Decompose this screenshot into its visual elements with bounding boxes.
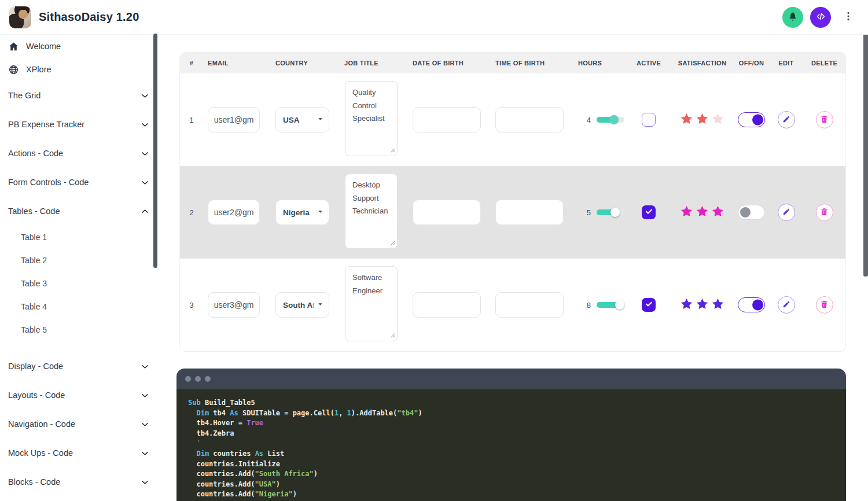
edit-button[interactable] (778, 111, 795, 128)
sidebar-scrollbar-thumb[interactable] (153, 34, 157, 268)
code-line: ' (188, 439, 837, 449)
off-on-toggle[interactable] (738, 297, 765, 312)
main-content: # EMAIL COUNTRY JOB TITLE DATE OF BIRTH … (162, 35, 868, 501)
sidebar-group-mock-ups-code[interactable]: Mock Ups - Code (0, 439, 162, 467)
caret-down-icon (317, 300, 324, 310)
hours-slider[interactable] (597, 117, 624, 123)
date-of-birth-input[interactable] (413, 107, 481, 132)
sidebar-item-label: Table 3 (21, 279, 47, 288)
time-of-birth-input[interactable] (495, 107, 564, 132)
delete-button[interactable] (816, 111, 833, 128)
sidebar-group-label: The Grid (8, 91, 41, 100)
hours-value: 8 (587, 301, 591, 310)
sidebar-item-table-4[interactable]: Table 4 (0, 295, 162, 318)
edit-button[interactable] (778, 204, 795, 221)
sidebar-item-table-5[interactable]: Table 5 (0, 318, 162, 341)
caret-down-icon (317, 115, 324, 125)
active-checkbox[interactable] (642, 298, 656, 312)
sidebar-item-table-2[interactable]: Table 2 (0, 249, 162, 272)
sidebar-item-label: Welcome (26, 42, 61, 51)
page-title: SithasoDaisy 1.20 (39, 10, 139, 24)
sidebar-item-table-1[interactable]: Table 1 (0, 226, 162, 249)
star-icon[interactable] (711, 112, 725, 128)
star-icon[interactable] (695, 204, 709, 221)
sidebar-group-blocks-code[interactable]: Blocks - Code (0, 467, 162, 496)
star-icon[interactable] (711, 204, 725, 221)
sidebar-item-label: Table 5 (21, 325, 47, 334)
star-icon[interactable] (679, 112, 694, 128)
top-bar: SithasoDaisy 1.20 (0, 0, 868, 35)
sidebar-group-layouts-code[interactable]: Layouts - Code (0, 381, 162, 410)
star-icon[interactable] (679, 297, 694, 314)
sidebar-item-table-3[interactable]: Table 3 (0, 272, 162, 295)
code-line: countries.Add("South Africa") (188, 469, 837, 480)
code-line: countries.Initialize (188, 459, 837, 470)
edit-button[interactable] (778, 296, 795, 314)
kebab-menu-button[interactable] (843, 10, 854, 24)
code-mockup-titlebar (176, 369, 846, 389)
trash-icon (820, 300, 829, 310)
star-icon[interactable] (679, 204, 694, 221)
hours-slider-thumb[interactable] (609, 115, 619, 124)
column-header-time-of-birth: TIME OF BIRTH (488, 60, 571, 67)
chevron-down-icon (141, 362, 149, 371)
sidebar-group-the-grid[interactable]: The Grid (0, 81, 162, 110)
date-of-birth-input[interactable] (413, 200, 481, 225)
toggle-knob (740, 207, 751, 218)
bell-icon (788, 11, 798, 23)
check-icon (645, 300, 653, 311)
sidebar-group-pb-expense-tracker[interactable]: PB Expense Tracker (0, 110, 162, 139)
email-input[interactable] (208, 292, 260, 318)
sidebar-group-display-code[interactable]: Display - Code (0, 352, 162, 381)
pencil-icon (782, 208, 790, 218)
hours-slider-thumb[interactable] (615, 300, 624, 310)
column-header-email: EMAIL (203, 60, 269, 67)
time-of-birth-input[interactable] (495, 292, 564, 318)
sidebar-group-tables-code[interactable]: Tables - Code (0, 197, 162, 226)
time-of-birth-input[interactable] (495, 200, 564, 225)
delete-button[interactable] (816, 204, 833, 221)
hours-slider-thumb[interactable] (610, 208, 620, 217)
date-of-birth-input[interactable] (413, 292, 481, 318)
chevron-down-icon (141, 391, 149, 400)
column-header-satisfaction: SATISFACTION (672, 60, 733, 67)
country-select[interactable]: USA (275, 107, 329, 132)
page-scrollbar-thumb[interactable] (863, 35, 868, 277)
active-checkbox[interactable] (642, 113, 656, 127)
sidebar-item-label: Table 4 (21, 302, 47, 311)
active-checkbox[interactable] (642, 205, 656, 219)
star-icon[interactable] (695, 297, 709, 314)
hours-slider[interactable] (597, 302, 624, 308)
code-line: Dim tb4 As SDUITable = page.Cell(1, 1).A… (188, 408, 837, 419)
job-title-textarea[interactable]: Software Engineer (345, 266, 398, 341)
star-icon[interactable] (695, 112, 709, 128)
job-title-textarea[interactable]: Quality Control Specialist (345, 81, 398, 156)
job-title-textarea[interactable]: Desktop Support Technician (345, 174, 398, 249)
sidebar-item-xplore[interactable]: XPlore (0, 58, 162, 81)
country-select[interactable]: Nigeria (275, 200, 329, 225)
sidebar-item-welcome[interactable]: Welcome (0, 35, 162, 58)
email-input[interactable] (208, 107, 260, 132)
off-on-toggle[interactable] (738, 112, 765, 127)
code-icon (815, 11, 826, 24)
code-view-button[interactable] (810, 7, 831, 28)
pencil-icon (782, 300, 790, 310)
column-header-hours: HOURS (571, 60, 626, 67)
sidebar-group-form-controls-code[interactable]: Form Controls - Code (0, 168, 162, 197)
sidebar-group-navigation-code[interactable]: Navigation - Code (0, 410, 162, 439)
notifications-button[interactable] (782, 7, 803, 28)
sidebar-group-actions-code[interactable]: Actions - Code (0, 139, 162, 168)
avatar (9, 6, 31, 28)
sidebar-item-label: Table 2 (21, 256, 47, 265)
code-line: Dim countries As List (188, 449, 837, 459)
hours-slider[interactable] (597, 209, 624, 215)
sidebar-group-label: Form Controls - Code (8, 178, 89, 187)
country-select[interactable]: South Africa (275, 292, 329, 318)
off-on-toggle[interactable] (738, 205, 765, 220)
star-icon[interactable] (711, 297, 725, 314)
chevron-down-icon (141, 449, 149, 458)
email-input[interactable] (208, 200, 260, 225)
delete-button[interactable] (816, 296, 833, 314)
kebab-menu-icon (843, 10, 854, 24)
pencil-icon (782, 115, 790, 125)
